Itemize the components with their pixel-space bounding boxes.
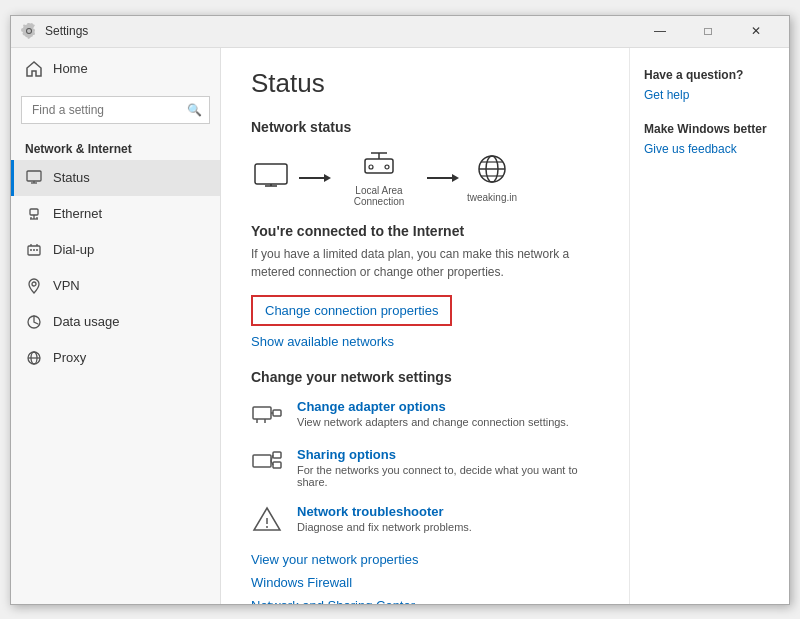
troubleshooter-option-title: Network troubleshooter	[297, 504, 472, 519]
sidebar-item-label-data-usage: Data usage	[53, 314, 120, 329]
svg-point-11	[30, 249, 32, 251]
sidebar-item-label-ethernet: Ethernet	[53, 206, 102, 221]
title-bar: Settings — □ ✕	[11, 16, 789, 48]
get-help-link[interactable]: Get help	[644, 88, 775, 102]
network-arrow-1	[299, 174, 331, 182]
sidebar-item-data-usage[interactable]: Data usage	[11, 304, 220, 340]
main-content: Status Network status	[221, 48, 629, 604]
search-icon: 🔍	[187, 103, 202, 117]
router-svg-icon	[361, 149, 397, 181]
show-available-networks-link[interactable]: Show available networks	[251, 334, 599, 349]
troubleshooter-option-text: Network troubleshooter Diagnose and fix …	[297, 504, 472, 533]
network-diagram: Local Area Connection twe	[251, 149, 599, 207]
view-network-properties-link[interactable]: View your network properties	[251, 552, 599, 567]
sidebar-item-label-vpn: VPN	[53, 278, 80, 293]
sidebar-item-proxy[interactable]: Proxy	[11, 340, 220, 376]
sharing-svg-icon	[251, 447, 283, 479]
diagram-label1: Local Area Connection	[339, 185, 419, 207]
feedback-title: Make Windows better	[644, 122, 775, 136]
sidebar-section-title: Network & Internet	[11, 134, 220, 160]
sidebar-item-label-status: Status	[53, 170, 90, 185]
vpn-icon	[25, 277, 43, 295]
sidebar-item-dialup[interactable]: Dial-up	[11, 232, 220, 268]
sidebar-item-ethernet[interactable]: Ethernet	[11, 196, 220, 232]
globe-icon-group: tweaking.in	[467, 152, 517, 203]
adapter-option-desc: View network adapters and change connect…	[297, 416, 569, 428]
svg-point-13	[36, 249, 38, 251]
maximize-button[interactable]: □	[685, 15, 731, 47]
status-icon	[25, 169, 43, 187]
sharing-option-text: Sharing options For the networks you con…	[297, 447, 599, 488]
help-title: Have a question?	[644, 68, 775, 82]
right-panel: Have a question? Get help Make Windows b…	[629, 48, 789, 604]
troubleshooter-svg-icon	[251, 504, 283, 536]
content-area: Home 🔍 Network & Internet Status	[11, 48, 789, 604]
connection-desc: If you have a limited data plan, you can…	[251, 245, 599, 281]
svg-rect-0	[27, 171, 41, 181]
data-usage-icon	[25, 313, 43, 331]
feedback-section: Make Windows better Give us feedback	[644, 122, 775, 156]
ethernet-icon	[25, 205, 43, 223]
adapter-option-icon	[251, 399, 283, 431]
help-section: Have a question? Get help	[644, 68, 775, 102]
sidebar-home[interactable]: Home	[11, 48, 220, 90]
adapter-option[interactable]: Change adapter options View network adap…	[251, 399, 599, 431]
title-bar-controls: — □ ✕	[637, 15, 779, 47]
troubleshooter-option-desc: Diagnose and fix network problems.	[297, 521, 472, 533]
computer-icon-group	[251, 162, 291, 194]
adapter-option-text: Change adapter options View network adap…	[297, 399, 569, 428]
sidebar-item-vpn[interactable]: VPN	[11, 268, 220, 304]
sidebar-item-label-dialup: Dial-up	[53, 242, 94, 257]
svg-rect-40	[273, 462, 281, 468]
network-sharing-center-link[interactable]: Network and Sharing Center	[251, 598, 599, 604]
globe-svg-icon	[472, 152, 512, 188]
svg-point-12	[33, 249, 35, 251]
diagram-label2: tweaking.in	[467, 192, 517, 203]
windows-firewall-link[interactable]: Windows Firewall	[251, 575, 599, 590]
connection-status: You're connected to the Internet	[251, 223, 599, 239]
svg-point-27	[385, 165, 389, 169]
sidebar-home-label: Home	[53, 61, 88, 76]
svg-rect-39	[273, 452, 281, 458]
svg-point-44	[266, 526, 268, 528]
svg-point-14	[32, 282, 36, 286]
svg-rect-34	[273, 410, 281, 416]
svg-rect-3	[30, 209, 38, 215]
title-bar-title: Settings	[45, 24, 88, 38]
page-title: Status	[251, 68, 599, 99]
svg-rect-38	[253, 455, 271, 467]
router-icon-group: Local Area Connection	[339, 149, 419, 207]
adapter-svg-icon	[251, 399, 283, 431]
network-status-title: Network status	[251, 119, 599, 135]
svg-rect-33	[253, 407, 271, 419]
proxy-icon	[25, 349, 43, 367]
settings-app-icon	[21, 23, 37, 39]
feedback-link[interactable]: Give us feedback	[644, 142, 775, 156]
settings-window: Settings — □ ✕ Home 🔍 Network & In	[10, 15, 790, 605]
change-connection-properties-button[interactable]: Change connection properties	[251, 295, 452, 326]
sidebar-item-label-proxy: Proxy	[53, 350, 86, 365]
network-arrow-2	[427, 174, 459, 182]
svg-rect-19	[255, 164, 287, 184]
minimize-button[interactable]: —	[637, 15, 683, 47]
sharing-option-title: Sharing options	[297, 447, 599, 462]
sidebar-search-container: 🔍	[21, 96, 210, 124]
computer-svg-icon	[251, 162, 291, 194]
sharing-option-icon	[251, 447, 283, 479]
sidebar-item-status[interactable]: Status	[11, 160, 220, 196]
extra-links: View your network properties Windows Fir…	[251, 552, 599, 604]
troubleshooter-option[interactable]: Network troubleshooter Diagnose and fix …	[251, 504, 599, 536]
home-icon	[25, 60, 43, 78]
sharing-option-desc: For the networks you connect to, decide …	[297, 464, 599, 488]
sidebar: Home 🔍 Network & Internet Status	[11, 48, 221, 604]
dialup-icon	[25, 241, 43, 259]
title-bar-left: Settings	[21, 23, 88, 39]
sharing-option[interactable]: Sharing options For the networks you con…	[251, 447, 599, 488]
close-button[interactable]: ✕	[733, 15, 779, 47]
change-settings-title: Change your network settings	[251, 369, 599, 385]
search-input[interactable]	[21, 96, 210, 124]
adapter-option-title: Change adapter options	[297, 399, 569, 414]
svg-point-26	[369, 165, 373, 169]
troubleshooter-option-icon	[251, 504, 283, 536]
